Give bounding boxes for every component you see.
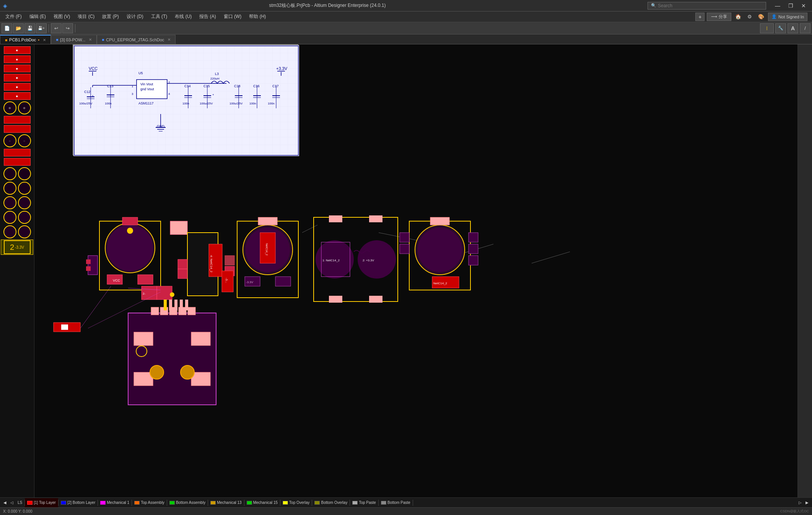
menu-design[interactable]: 设计 (D) [123, 12, 147, 21]
layer-top-paste-color [352, 501, 358, 505]
settings-button[interactable]: ⚙ [745, 13, 754, 21]
svg-text:4: 4 [168, 92, 170, 96]
share-button[interactable]: ⟶ 分享 [707, 13, 731, 21]
left-item-4[interactable]: ■ [1, 73, 33, 82]
pcb-canvas-area[interactable]: VCC +3.3V Vin Vout gnd Vout ASM1117 U5 1… [34, 44, 812, 497]
user-button[interactable]: 👤 Not Signed In [768, 13, 807, 21]
left-item-2[interactable]: ■ [1, 55, 33, 64]
left-circle-pair-7[interactable] [1, 225, 33, 239]
layer-top[interactable]: [1] Top Layer [25, 498, 58, 507]
tab-pcb1[interactable]: ■ PCB1.PcbDoc • ✕ [0, 35, 51, 44]
layer-scroll-left[interactable]: ◁ [8, 498, 15, 507]
menu-report[interactable]: 报告 (A) [195, 12, 220, 21]
toolbar-undo[interactable]: ↩ [51, 23, 62, 33]
left-item-5[interactable]: ■ [1, 83, 33, 91]
toolbar-pcb-inspect[interactable]: 🔧 [775, 23, 786, 33]
left-circle-pair-1[interactable]: ⊕ ⊕ [1, 101, 33, 115]
menu-file[interactable]: 文件 (F) [2, 12, 26, 21]
svg-rect-97 [275, 277, 291, 286]
left-circle-pair-4[interactable] [1, 181, 33, 195]
minimize-button[interactable]: — [772, 1, 783, 11]
toolbar-text[interactable]: A [788, 23, 798, 33]
svg-rect-121 [469, 233, 478, 242]
maximize-button[interactable]: ❐ [785, 1, 796, 11]
svg-rect-131 [188, 307, 195, 315]
layer-bottom-assembly[interactable]: Bottom Assembly [167, 498, 208, 507]
layer-ls[interactable]: LS [15, 498, 24, 507]
svg-rect-139 [164, 300, 167, 310]
toolbar-select[interactable]: | [760, 23, 774, 33]
tab-pcb-close[interactable]: ✕ [43, 38, 46, 42]
layer-bottom-paste[interactable]: Bottom Paste [379, 498, 413, 507]
left-selected-item[interactable]: 2 -3.3V [1, 240, 33, 255]
left-circle-pair-5[interactable] [1, 196, 33, 210]
toolbar-open[interactable]: 📂 [13, 23, 24, 33]
layer-mechanical13[interactable]: Mechanical 13 [208, 498, 244, 507]
layer-top-assembly[interactable]: Top Assembly [132, 498, 167, 507]
search-input[interactable] [658, 3, 761, 8]
home-button[interactable]: 🏠 [734, 13, 743, 21]
svg-text:100n: 100n [268, 102, 275, 105]
toolbar-new[interactable]: 📄 [2, 23, 12, 33]
svg-rect-127 [151, 307, 159, 315]
layer-mechanical15[interactable]: Mechanical 15 [244, 498, 280, 507]
svg-text:4: NetC14_2: 4: NetC14_2 [210, 255, 213, 272]
left-circle-pair-3[interactable] [1, 167, 33, 181]
layer-nav-left[interactable]: ◀ [2, 498, 8, 507]
left-item-rect-2[interactable] [1, 116, 33, 124]
menu-view[interactable]: 视图 (V) [50, 12, 74, 21]
svg-rect-118 [430, 217, 449, 225]
svg-point-79 [127, 228, 133, 234]
left-item-1[interactable]: ■ [1, 46, 33, 54]
svg-point-117 [418, 228, 462, 272]
app-title: stm32核心板.PrjPcb - Altium Designer Enterp… [7, 2, 648, 9]
menu-route[interactable]: 布线 (U) [171, 12, 195, 21]
tab-pcb-modified: • [38, 37, 39, 42]
layer-bottom-overlay[interactable]: Bottom Overlay [312, 498, 350, 507]
toolbar-save[interactable]: 💾 [24, 23, 35, 33]
tab-schematic2[interactable]: ■ CPU_EEPROM_JTAG.SchDoc ✕ [97, 35, 176, 44]
svg-text:NetC14_2: NetC14_2 [265, 243, 268, 256]
svg-rect-134 [191, 332, 210, 346]
left-item-rect-5[interactable] [1, 158, 33, 166]
svg-point-136 [150, 365, 164, 379]
svg-rect-91 [178, 269, 187, 279]
layer-bottom[interactable]: [2] Bottom Layer [59, 498, 98, 507]
menu-tools[interactable]: 工具 (T) [147, 12, 171, 21]
svg-text:-3...: -3... [225, 278, 228, 283]
left-circle-pair-2[interactable]: ○ ○ [1, 134, 33, 148]
svg-text:Vin  Vout: Vin Vout [140, 82, 153, 86]
schematic-overlay: VCC +3.3V Vin Vout gnd Vout ASM1117 U5 1… [73, 44, 298, 155]
menu-help[interactable]: 帮助 (H) [245, 12, 270, 21]
menu-edit[interactable]: 编辑 (E) [26, 12, 50, 21]
layer-nav-right[interactable]: ▷ [797, 498, 804, 507]
toolbar-line[interactable]: / [800, 23, 810, 33]
close-button[interactable]: ✕ [798, 1, 809, 11]
tab-schematic1[interactable]: ■ [3] 03-POW... ✕ [51, 35, 97, 44]
layer-mechanical1[interactable]: Mechanical 1 [98, 498, 132, 507]
left-circle-pair-6[interactable] [1, 210, 33, 224]
theme-button[interactable]: 🎨 [757, 13, 766, 21]
menu-window[interactable]: 窗口 (W) [220, 12, 246, 21]
title-search-box[interactable]: 🔍 [648, 2, 766, 10]
svg-rect-80 [88, 256, 98, 275]
layer-mech13-label: Mechanical 13 [217, 500, 241, 505]
left-item-3[interactable]: ■ [1, 64, 33, 73]
tab-sch1-close[interactable]: ✕ [89, 37, 92, 42]
menu-project[interactable]: 项目 (C) [74, 12, 98, 21]
layer-top-overlay[interactable]: Top Overlay [280, 498, 312, 507]
toolbar-redo[interactable]: ↪ [62, 23, 73, 33]
tab-sch2-close[interactable]: ✕ [168, 37, 171, 42]
svg-text:+: + [92, 94, 94, 98]
layer-top-paste[interactable]: Top Paste [350, 498, 378, 507]
left-item-rect-4[interactable] [1, 148, 33, 157]
svg-rect-83 [170, 221, 187, 235]
left-item-rect-3[interactable] [1, 125, 33, 133]
svg-rect-78 [122, 217, 138, 225]
toolbar-save-all[interactable]: 💾+ [36, 23, 47, 33]
svg-rect-82 [86, 266, 91, 271]
layer-scroll-right[interactable]: ▶ [804, 498, 810, 507]
menu-place[interactable]: 故置 (P) [98, 12, 122, 21]
left-item-6[interactable]: ■ [1, 92, 33, 100]
add-button[interactable]: + [695, 13, 705, 21]
